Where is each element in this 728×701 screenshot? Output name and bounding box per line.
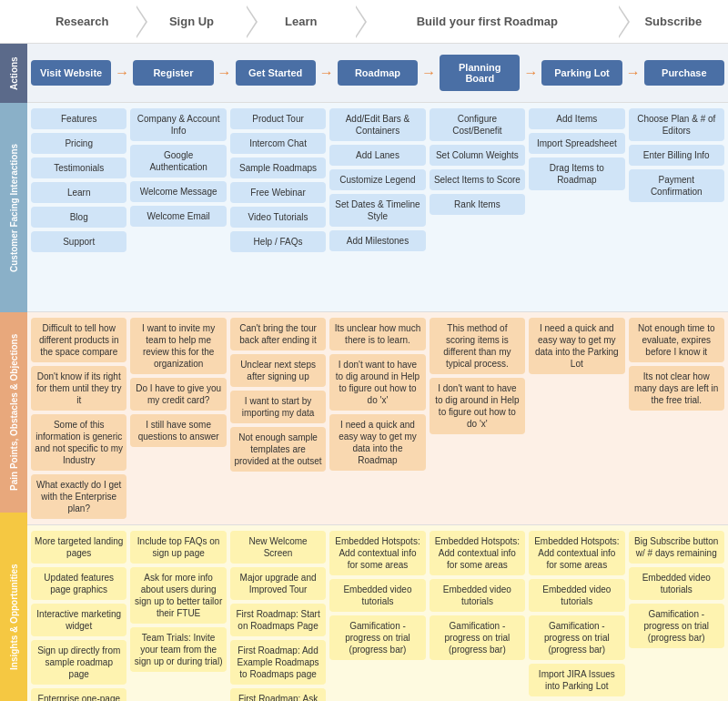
pain-col4: Its unclear how much there is to learn. … [329, 318, 425, 519]
insights-col3-item3: First Roadmap: Add Example Roadmaps to R… [230, 640, 326, 685]
customer-col5-item3: Rank Items [430, 194, 525, 215]
action-register[interactable]: Register [133, 60, 213, 86]
customer-col1-item1: Pricing [31, 133, 126, 154]
insights-col5-item1: Embedded video tutorials [430, 579, 525, 612]
insights-col3-item0: New Welcome Screen [230, 531, 326, 564]
stage-signup: Sign Up [136, 7, 246, 36]
customer-col5-item1: Set Column Weights [430, 145, 525, 166]
customer-col2-item2: Welcome Message [130, 181, 226, 202]
customer-col4: Add/Edit Bars & Containers Add Lanes Cus… [329, 108, 425, 306]
stage-research: Research [27, 7, 136, 36]
stages-header: Research Sign Up Learn Build your first … [0, 0, 728, 44]
pain-col1-item2: Some of this information is generic and … [31, 414, 126, 471]
customer-col1-item4: Blog [31, 207, 126, 228]
pain-section: Difficult to tell how different products… [27, 312, 728, 525]
arrow-1: → [113, 65, 131, 81]
insights-col4-item2: Gamification - progress on trial (progre… [329, 615, 425, 660]
customer-col2-item3: Welcome Email [130, 206, 226, 227]
customer-col1-item2: Testimonials [31, 157, 126, 178]
main-area: Actions Customer Facing Interactions Pai… [0, 44, 728, 701]
insights-section: More targeted landing pages Updated feat… [27, 525, 728, 701]
actions-row: Visit Website → Register → Get Started →… [27, 44, 728, 103]
pain-col2-item0: I want to invite my team to help me revi… [130, 318, 226, 374]
insights-col3-item1: Major upgrade and Improved Tour [230, 567, 326, 600]
pain-col2: I want to invite my team to help me revi… [130, 318, 226, 519]
insights-col1-item2: Interactive marketing widget [31, 604, 126, 636]
pain-col7-item1: Its not clear how many days are left in … [629, 366, 724, 411]
customer-col2-item1: Google Authentication [130, 145, 226, 178]
arrow-4: → [420, 65, 438, 81]
label-actions: Actions [0, 44, 27, 103]
insights-col1-item1: Updated features page graphics [31, 567, 126, 600]
customer-col1-item5: Support [31, 231, 126, 252]
insights-col6-item2: Gamification - progress on trial (progre… [529, 615, 624, 660]
insights-col4-item0: Embedded Hotspots: Add contextual info f… [329, 531, 425, 575]
arrow-5: → [521, 65, 540, 81]
customer-col3: Product Tour Intercom Chat Sample Roadma… [230, 108, 326, 306]
action-purchase[interactable]: Purchase [644, 60, 724, 86]
pain-col3-item2: I want to start by importing my data [230, 391, 326, 423]
insights-col3: New Welcome Screen Major upgrade and Imp… [230, 531, 326, 701]
insights-col5-item2: Gamification - progress on trial (progre… [430, 615, 525, 660]
pain-col4-item2: I need a quick and easy way to get my da… [329, 414, 425, 471]
stage-build: Build your first Roadmap [356, 7, 619, 36]
insights-col6: Embedded Hotspots: Add contextual info f… [529, 531, 624, 701]
insights-col6-item0: Embedded Hotspots: Add contextual info f… [529, 531, 624, 575]
arrow-3: → [318, 65, 336, 81]
pain-col1-item0: Difficult to tell how different products… [31, 318, 126, 362]
customer-col7: Choose Plan & # of Editors Enter Billing… [629, 108, 724, 306]
insights-col1: More targeted landing pages Updated feat… [31, 531, 126, 701]
pain-col3-item1: Unclear next steps after signing up [230, 354, 326, 387]
insights-col7-item2: Gamification - progress on trial (progre… [629, 604, 724, 648]
customer-col1-item0: Features [31, 108, 126, 129]
pain-col4-item1: I don't want to have to dig around in He… [329, 354, 425, 411]
insights-col7-item1: Embedded video tutorials [629, 567, 724, 600]
pain-col6-item0: I need a quick and easy way to get my da… [529, 318, 624, 374]
pain-col1-item1: Don't know if its right for them until t… [31, 366, 126, 411]
customer-col3-item1: Intercom Chat [230, 133, 326, 154]
insights-col4-item1: Embedded video tutorials [329, 579, 425, 612]
insights-col5: Embedded Hotspots: Add contextual info f… [430, 531, 525, 701]
insights-col1-item0: More targeted landing pages [31, 531, 126, 564]
insights-col4: Embedded Hotspots: Add contextual info f… [329, 531, 425, 701]
action-planning-board[interactable]: Planning Board [440, 55, 520, 91]
page: Research Sign Up Learn Build your first … [0, 0, 728, 701]
customer-col1-item3: Learn [31, 182, 126, 203]
customer-section: Features Pricing Testimonials Learn Blog… [27, 103, 728, 312]
customer-col3-item0: Product Tour [230, 108, 326, 129]
stage-subscribe: Subscribe [619, 7, 728, 36]
insights-col2-item1: Ask for more info about users during sig… [130, 567, 226, 624]
customer-col5-item2: Select Items to Score [430, 169, 525, 190]
insights-col7: Big Subscribe button w/ # days remaining… [629, 531, 724, 701]
content-grid: Visit Website → Register → Get Started →… [27, 44, 728, 701]
action-get-started[interactable]: Get Started [236, 60, 316, 86]
customer-col5-item0: Configure Cost/Benefit [430, 108, 525, 141]
insights-col6-item3: Import JIRA Issues into Parking Lot [529, 664, 624, 696]
customer-col4-item4: Add Milestones [329, 230, 425, 251]
customer-col4-item3: Set Dates & Timeline Style [329, 194, 425, 227]
pain-col2-item2: I still have some questions to answer [130, 414, 226, 447]
pain-col1-item3: What exactly do I get with the Enterpris… [31, 474, 126, 519]
action-roadmap[interactable]: Roadmap [338, 60, 418, 86]
customer-col6-item2: Drag Items to Roadmap [529, 157, 624, 190]
arrow-2: → [216, 65, 234, 81]
customer-col4-item1: Add Lanes [329, 145, 425, 166]
customer-col1: Features Pricing Testimonials Learn Blog… [31, 108, 126, 306]
customer-col2: Company & Account Info Google Authentica… [130, 108, 226, 306]
customer-col3-item2: Sample Roadmaps [230, 157, 326, 178]
label-customer: Customer Facing Interactions [0, 103, 27, 312]
action-parking-lot[interactable]: Parking Lot [541, 60, 622, 86]
insights-col5-item0: Embedded Hotspots: Add contextual info f… [430, 531, 525, 575]
arrow-6: → [624, 65, 642, 81]
insights-col6-item1: Embedded video tutorials [529, 579, 624, 612]
label-pain: Pain Points, Obstacles & Objections [0, 312, 27, 513]
insights-col1-item3: Sign up directly from sample roadmap pag… [31, 640, 126, 685]
customer-col3-item5: Help / FAQs [230, 231, 326, 252]
insights-col2-item0: Include top FAQs on sign up page [130, 531, 226, 564]
pain-col4-item0: Its unclear how much there is to learn. [329, 318, 425, 350]
customer-col7-item2: Payment Confirmation [629, 169, 724, 202]
action-visit-website[interactable]: Visit Website [31, 60, 111, 86]
pain-col5-item0: This method of scoring items is differen… [430, 318, 525, 374]
insights-col2-item2: Team Trials: Invite your team from the s… [130, 627, 226, 672]
pain-col7: Not enough time to evaluate, expires bef… [629, 318, 724, 519]
